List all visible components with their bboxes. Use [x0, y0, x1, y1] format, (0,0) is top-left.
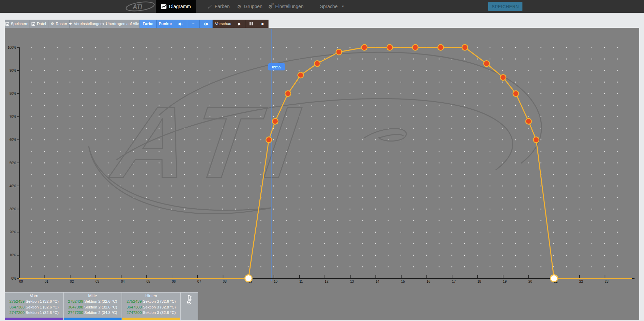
vorschau-button[interactable]: Vorschau — [213, 20, 234, 28]
toolbar-farbe-button[interactable]: Farbe — [139, 20, 157, 28]
section-temperature-label: Sektion 1 (32.6 °C) — [25, 305, 59, 309]
floppy-icon — [5, 22, 9, 26]
curve-endpoint[interactable] — [551, 275, 558, 282]
nav-tab-diagramm[interactable]: Diagramm — [156, 0, 196, 13]
x-axis-label: 06 — [172, 280, 176, 283]
ati-watermark: ATI — [89, 52, 541, 214]
stop-icon: ■ — [261, 22, 264, 26]
light-curve-chart[interactable]: ATI 0%10%20%30%40%50%60%70%80%90%100%000… — [5, 28, 639, 320]
toolbar-datei-button[interactable]: Datei — [29, 20, 48, 28]
x-axis-label: 16 — [427, 280, 431, 283]
curve-point[interactable] — [298, 72, 303, 78]
panel-section-row[interactable]: 2747200 Sektion 2 (34.3 °C) — [64, 310, 122, 316]
curve-point[interactable] — [484, 61, 489, 66]
curve-point[interactable] — [285, 91, 291, 97]
toolbar-raster-button[interactable]: ⚙ Raster — [48, 20, 70, 28]
toolbar-uebertragen-button[interactable]: Übertragen auf Alle — [102, 20, 139, 28]
x-axis-label: 19 — [503, 280, 507, 283]
x-axis-label: 23 — [605, 280, 609, 283]
curve-point[interactable] — [412, 45, 418, 50]
y-axis-label: 70% — [9, 115, 16, 119]
nav-tab-label: Gruppen — [244, 4, 262, 9]
panel-section-row[interactable]: 3647388 Sektion 2 (32.6 °C) — [64, 304, 122, 310]
x-axis-label: 07 — [197, 280, 201, 283]
gears-icon: ⚙⚙ — [268, 4, 273, 9]
column-accent-bar — [122, 318, 180, 320]
ati-logo: ATI — [125, 1, 156, 12]
module-serial: 3647388 — [127, 305, 142, 309]
panel-column-header: Mitte — [64, 293, 122, 299]
curve-point[interactable] — [513, 91, 519, 97]
nav-tab-farben[interactable]: Farben — [207, 0, 230, 13]
module-serial: 2752439 — [68, 299, 83, 303]
cursor-time-tooltip: 09:55 — [268, 63, 285, 70]
toolbar-punkte-button[interactable]: Punkte — [157, 20, 174, 28]
column-accent-bar — [5, 318, 63, 320]
curve-point[interactable] — [272, 119, 278, 124]
button-label: Voreinstellungen — [74, 22, 103, 26]
x-axis-label: 00 — [19, 280, 23, 283]
copy-icon — [102, 22, 104, 26]
panel-section-row[interactable]: 2752439 Sektion 2 (32.6 °C) — [64, 299, 122, 304]
ati-logo-text: ATI — [132, 3, 143, 10]
y-axis-label: 10% — [9, 253, 16, 257]
zoom-left-icon: ◀+ — [178, 21, 183, 26]
curve-point[interactable] — [526, 119, 532, 124]
top-navbar: ATI Diagramm Farben ⚙ Gruppen ⚙⚙ Einstel… — [0, 0, 644, 13]
nav-menu-sprache[interactable]: Sprache ▼ — [320, 0, 344, 13]
panel-section-row[interactable]: 2747200 Sektion 1 (32.6 °C) — [5, 310, 63, 316]
panel-section-row[interactable]: 2752439 Sektion 1 (32.6 °C) — [5, 299, 63, 304]
panel-column-hinten: Hinten2752439 Sektion 3 (32.6 °C)3647388… — [122, 293, 180, 320]
zoom-out-button[interactable]: − — [187, 20, 200, 28]
panel-column-mitte: Mitte2752439 Sektion 2 (32.6 °C)3647388 … — [64, 293, 122, 320]
x-axis-label: 15 — [401, 280, 405, 283]
zoom-right-button[interactable]: +▶ — [200, 20, 213, 28]
y-axis-label: 0% — [12, 277, 17, 280]
curve-point[interactable] — [462, 45, 468, 50]
curve-point[interactable] — [266, 137, 272, 143]
panel-column-vorn: Vorn2752439 Sektion 1 (32.6 °C)3647388 S… — [5, 293, 63, 320]
speichern-top-button[interactable]: SPEICHERN — [488, 2, 522, 11]
curve-point[interactable] — [438, 45, 444, 50]
y-axis-label: 100% — [7, 46, 16, 49]
y-axis-label: 80% — [9, 92, 16, 95]
pause-icon — [250, 22, 253, 25]
curve-point[interactable] — [361, 45, 367, 50]
button-label: Speichern — [11, 22, 28, 26]
section-temperature-label: Sektion 3 (32.6 °C) — [142, 299, 176, 303]
y-axis-label: 30% — [9, 207, 16, 211]
stop-button[interactable]: ■ — [257, 20, 269, 28]
module-serial: 2752439 — [127, 299, 142, 303]
gear-icon: ⚙ — [237, 4, 241, 9]
curve-point[interactable] — [387, 45, 393, 50]
panel-section-row[interactable]: 2747200 Sektion 3 (32.6 °C) — [122, 310, 180, 316]
y-axis-label: 90% — [9, 69, 16, 72]
panel-section-row[interactable]: 3647388 Sektion 3 (32.8 °C) — [122, 304, 180, 310]
nav-tab-gruppen[interactable]: ⚙ Gruppen — [237, 0, 262, 13]
x-axis-label: 18 — [477, 280, 481, 283]
panel-section-row[interactable]: 3647388 Sektion 1 (32.6 °C) — [5, 304, 63, 310]
curve-point[interactable] — [336, 49, 342, 55]
section-temperature-label: Sektion 3 (32.8 °C) — [142, 305, 176, 309]
toolbar-speichern-button[interactable]: Speichern — [5, 20, 29, 28]
thermometer-toggle[interactable] — [181, 293, 198, 320]
floppy-icon — [31, 22, 35, 26]
button-label: Übertragen auf Alle — [106, 22, 139, 26]
curve-point[interactable] — [314, 61, 320, 66]
pause-button[interactable] — [245, 20, 257, 28]
panel-section-row[interactable]: 2752439 Sektion 3 (32.6 °C) — [122, 299, 180, 304]
toolbar-voreinstellungen-button[interactable]: ★ Voreinstellungen — [70, 20, 102, 28]
section-temperature-label: Sektion 3 (32.6 °C) — [142, 311, 176, 315]
curve-endpoint[interactable] — [245, 275, 252, 282]
x-axis-label: 02 — [70, 280, 74, 283]
chart-toolbar: Speichern Datei ⚙ Raster ★ Voreinstellun… — [5, 20, 269, 28]
button-label: Punkte — [159, 22, 172, 26]
play-button[interactable]: ▶ — [234, 20, 245, 28]
section-temperature-label: Sektion 2 (34.3 °C) — [83, 311, 117, 315]
nav-tab-einstellungen[interactable]: ⚙⚙ Einstellungen — [268, 0, 304, 13]
x-axis-label: 05 — [146, 280, 150, 283]
zoom-left-button[interactable]: ◀+ — [174, 20, 187, 28]
curve-point[interactable] — [533, 137, 539, 143]
curve-point[interactable] — [500, 74, 506, 80]
module-serial: 3647388 — [9, 305, 25, 309]
